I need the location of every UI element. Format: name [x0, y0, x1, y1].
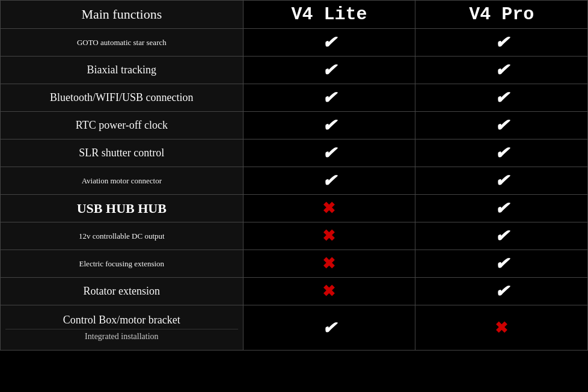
table-row: Electric focusing extension✖✔: [1, 250, 588, 278]
v4lite-cell: ✔: [243, 139, 415, 167]
v4lite-cell: ✔: [243, 305, 415, 351]
feature-cell: Biaxial tracking: [1, 57, 243, 84]
feature-label: Rotator extension: [84, 285, 160, 297]
feature-label: Aviation motor connector: [82, 176, 162, 185]
table-row: Rotator extension✖✔: [1, 278, 588, 305]
check-icon: ✔: [322, 116, 336, 135]
feature-label: USB HUB HUB: [77, 201, 167, 216]
feature-cell: Bluetooth/WIFI/USB connection: [1, 84, 243, 112]
feature-label: SLR shutter control: [79, 147, 164, 159]
feature-cell: 12v controllable DC output: [1, 222, 243, 250]
check-icon: ✔: [495, 282, 509, 301]
cross-icon: ✖: [322, 200, 335, 217]
v4pro-cell: ✔: [415, 57, 588, 84]
feature-label: 12v controllable DC output: [79, 231, 165, 240]
table-row: Bluetooth/WIFI/USB connection✔✔: [1, 84, 588, 112]
cross-icon: ✖: [322, 283, 335, 300]
v4pro-cell: ✔: [415, 112, 588, 139]
check-icon: ✔: [495, 144, 509, 162]
v4pro-cell: ✔: [415, 278, 588, 305]
v4lite-cell: ✔: [243, 112, 415, 139]
check-icon: ✔: [322, 61, 336, 79]
v4lite-cell: ✖: [243, 250, 415, 278]
check-icon: ✔: [495, 254, 509, 273]
v4lite-cell: ✖: [243, 222, 415, 250]
feature-cell: SLR shutter control: [1, 139, 243, 167]
table-row: RTC power-off clock✔✔: [1, 112, 588, 139]
header-v4lite: V4 Lite: [243, 1, 415, 29]
v4pro-cell: ✔: [415, 167, 588, 195]
feature-cell: Aviation motor connector: [1, 167, 243, 195]
header-v4pro: V4 Pro: [415, 1, 588, 29]
check-icon: ✔: [495, 61, 509, 79]
v4pro-cell: ✔: [415, 84, 588, 112]
v4lite-cell: ✖: [243, 195, 415, 222]
table-row: SLR shutter control✔✔: [1, 139, 588, 167]
check-icon: ✔: [322, 88, 336, 107]
v4lite-cell: ✖: [243, 278, 415, 305]
check-icon: ✔: [322, 33, 336, 52]
v4pro-cell: ✔: [415, 250, 588, 278]
table-row: GOTO automatic star search✔✔: [1, 29, 588, 57]
table-row: Control Box/motor bracketIntegrated inst…: [1, 305, 588, 351]
check-icon: ✔: [495, 33, 509, 52]
feature-label: Bluetooth/WIFI/USB connection: [50, 91, 193, 103]
cross-icon: ✖: [495, 319, 508, 337]
feature-label: GOTO automatic star search: [77, 38, 167, 47]
v4lite-cell: ✔: [243, 84, 415, 112]
comparison-table: Main functions V4 Lite V4 Pro GOTO autom…: [0, 0, 588, 351]
check-icon: ✔: [495, 227, 509, 245]
check-icon: ✔: [322, 171, 336, 190]
feature-label: Biaxial tracking: [87, 64, 156, 76]
feature-cell: USB HUB HUB: [1, 195, 243, 222]
feature-cell: GOTO automatic star search: [1, 29, 243, 57]
v4lite-cell: ✔: [243, 29, 415, 57]
table-row: USB HUB HUB✖✔: [1, 195, 588, 222]
v4pro-cell: ✔: [415, 139, 588, 167]
feature-cell: RTC power-off clock: [1, 112, 243, 139]
v4pro-cell: ✔: [415, 195, 588, 222]
feature-cell: Rotator extension: [1, 278, 243, 305]
feature-label: RTC power-off clock: [76, 119, 168, 131]
check-icon: ✔: [495, 88, 509, 107]
cross-icon: ✖: [322, 227, 335, 245]
check-icon: ✔: [495, 171, 509, 190]
feature-cell: Electric focusing extension: [1, 250, 243, 278]
feature-text-bottom: Integrated installation: [5, 329, 238, 346]
table-row: Aviation motor connector✔✔: [1, 167, 588, 195]
check-icon: ✔: [495, 199, 509, 218]
v4lite-cell: ✔: [243, 57, 415, 84]
v4pro-cell: ✔: [415, 29, 588, 57]
feature-cell: Control Box/motor bracketIntegrated inst…: [1, 305, 243, 351]
check-icon: ✔: [495, 116, 509, 135]
v4pro-cell: ✔: [415, 222, 588, 250]
v4lite-cell: ✔: [243, 167, 415, 195]
feature-text-top: Control Box/motor bracket: [5, 309, 238, 329]
check-icon: ✔: [322, 144, 336, 162]
cross-icon: ✖: [322, 255, 335, 272]
feature-label: Electric focusing extension: [79, 259, 165, 268]
table-row: Biaxial tracking✔✔: [1, 57, 588, 84]
table-row: 12v controllable DC output✖✔: [1, 222, 588, 250]
check-icon: ✔: [322, 319, 336, 337]
v4pro-cell: ✖: [415, 305, 588, 351]
header-feature: Main functions: [1, 1, 243, 29]
